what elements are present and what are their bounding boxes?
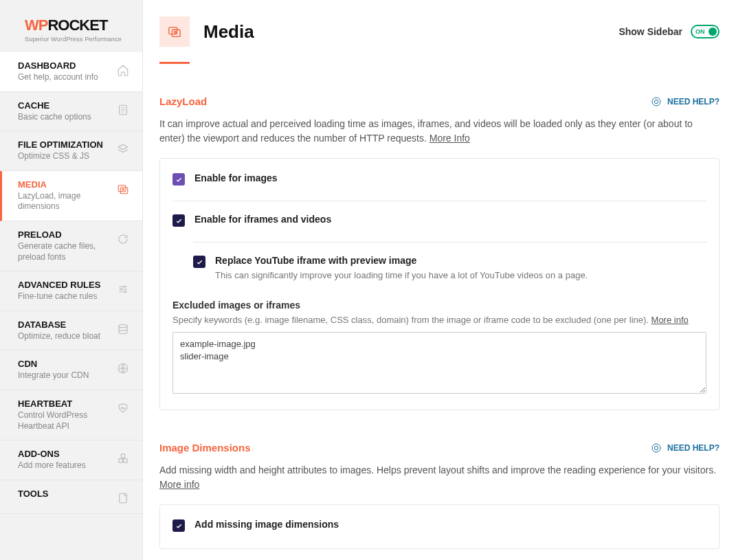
sidebar-item-tools[interactable]: TOOLS [0,480,142,514]
help-icon [651,96,662,107]
youtube-replace-sub: This can significantly improve your load… [215,270,588,280]
layers-icon [116,142,130,156]
add-missing-label: Add missing image dimensions [194,519,339,530]
check-icon [175,217,183,225]
svg-point-7 [119,324,127,328]
svg-point-15 [175,32,177,34]
globe-icon [116,361,130,375]
need-help-label: NEED HELP? [667,443,720,453]
sidebar-item-cache[interactable]: CACHE Basic cache options [0,92,142,132]
nav-sub: Get help, account info [18,72,116,83]
image-icon [116,182,130,196]
cubes-icon [116,451,130,465]
nav-sub: Integrate your CDN [18,370,116,381]
sidebar-item-database[interactable]: DATABASE Optimize, reduce bloat [0,311,142,351]
help-icon [651,443,662,453]
nav-title: ADVANCED RULES [18,280,116,290]
sliders-icon [116,282,130,296]
show-sidebar-toggle[interactable]: ON [691,25,720,38]
sidebar-item-file-optimization[interactable]: FILE OPTIMIZATION Optimize CSS & JS [0,131,142,171]
svg-rect-9 [119,459,122,462]
main-content: Media Show Sidebar ON LazyLoad NEED HELP… [143,0,736,560]
excluded-title: Excluded images or iframes [172,300,706,311]
enable-iframes-checkbox[interactable] [172,214,185,227]
svg-point-19 [654,446,658,449]
lazyload-more-info-link[interactable]: More Info [430,133,470,144]
enable-images-label: Enable for images [194,172,278,183]
nav-title: PRELOAD [18,229,116,240]
svg-rect-12 [120,493,127,503]
sidebar-item-media[interactable]: MEDIA LazyLoad, image dimensions [0,171,142,221]
home-icon [116,63,130,77]
image-dimensions-section: Image Dimensions NEED HELP? Add missing … [159,442,720,549]
sidebar-item-addons[interactable]: ADD-ONS Add more features [0,440,142,480]
lazyload-desc: It can improve actual and perceived load… [159,117,720,146]
excluded-more-info-link[interactable]: More info [651,315,689,325]
youtube-replace-label: Replace YouTube iframe with preview imag… [215,255,588,266]
nav-title: FILE OPTIMIZATION [18,139,116,150]
page-header: Media Show Sidebar ON [159,16,720,64]
youtube-replace-checkbox[interactable] [193,256,205,268]
page-title: Media [203,21,254,43]
svg-point-18 [652,444,660,452]
dimensions-more-info-link[interactable]: More info [159,479,199,490]
nav-title: CDN [18,359,116,369]
toggle-on-label: ON [695,28,705,35]
add-missing-checkbox[interactable] [172,519,185,532]
nav-title: CACHE [18,100,116,111]
svg-point-16 [652,98,660,106]
lazyload-title: LazyLoad [159,96,207,107]
nav-title: DASHBOARD [18,60,116,71]
need-help-lazyload[interactable]: NEED HELP? [651,96,720,107]
logo: WP ROCKET Superior WordPress Performance [0,0,142,52]
svg-rect-10 [124,459,127,462]
nav-title: HEARTBEAT [18,399,116,409]
svg-rect-1 [118,186,126,192]
nav-sub: Basic cache options [18,112,116,123]
show-sidebar-label: Show Sidebar [618,26,682,37]
sidebar: WP ROCKET Superior WordPress Performance… [0,0,143,560]
nav-sub: Optimize CSS & JS [18,151,116,162]
image-dimensions-panel: Add missing image dimensions [159,504,720,549]
sidebar-item-dashboard[interactable]: DASHBOARD Get help, account info [0,52,142,92]
nav-title: MEDIA [18,179,116,190]
heart-icon [116,401,130,415]
svg-rect-2 [120,188,128,194]
svg-point-5 [121,289,122,290]
logo-rocket: ROCKET [47,16,107,34]
sidebar-item-preload[interactable]: PRELOAD Generate cache files, preload fo… [0,221,142,271]
image-dimensions-desc: Add missing width and height attributes … [159,463,720,492]
svg-point-6 [125,291,126,293]
nav-sub: Add more features [18,460,116,471]
image-dimensions-title: Image Dimensions [159,442,251,453]
lazyload-panel: Enable for images Enable for iframes and… [159,158,720,410]
need-help-label: NEED HELP? [667,97,720,107]
nav-sub: Optimize, reduce bloat [18,331,116,342]
refresh-icon [116,232,130,246]
nav-sub: LazyLoad, image dimensions [18,191,116,212]
excluded-textarea[interactable] [172,332,706,394]
check-icon [175,176,183,183]
check-icon [175,522,183,530]
svg-point-4 [124,286,125,287]
tool-icon [116,491,130,505]
sidebar-item-cdn[interactable]: CDN Integrate your CDN [0,350,142,390]
svg-point-17 [654,100,658,103]
nav-sub: Control WordPress Heartbeat API [18,410,116,432]
file-icon [116,103,130,117]
lazyload-section: LazyLoad NEED HELP? It can improve actua… [159,96,720,410]
page-header-icon [159,16,190,47]
nav-title: TOOLS [18,489,116,499]
nav-sub: Generate cache files, preload fonts [18,241,116,262]
toggle-knob [709,27,717,36]
nav-sub: Fine-tune cache rules [18,291,116,302]
excluded-field: Excluded images or iframes Specify keywo… [172,300,706,396]
excluded-desc: Specify keywords (e.g. image filename, C… [172,315,706,325]
sidebar-item-heartbeat[interactable]: HEARTBEAT Control WordPress Heartbeat AP… [0,390,142,440]
enable-images-checkbox[interactable] [172,173,185,186]
need-help-dimensions[interactable]: NEED HELP? [651,443,720,453]
logo-wp: WP [25,16,47,34]
sidebar-item-advanced-rules[interactable]: ADVANCED RULES Fine-tune cache rules [0,271,142,311]
svg-point-3 [122,188,124,190]
enable-iframes-label: Enable for iframes and videos [194,214,331,225]
